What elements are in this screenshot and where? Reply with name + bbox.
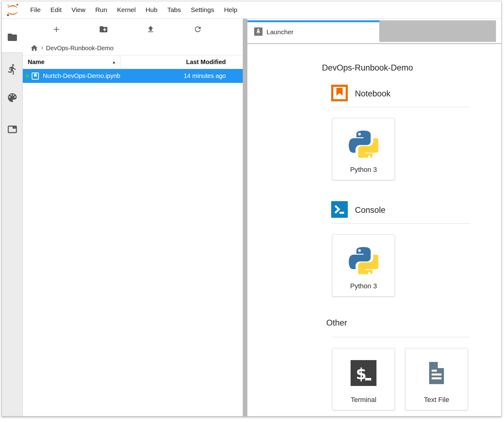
- activity-bar-background: [2, 52, 23, 416]
- jupyter-logo: [6, 3, 20, 17]
- launcher-section-console: Console Python 3: [331, 202, 470, 297]
- section-rule: [331, 107, 470, 107]
- column-header-modified[interactable]: Last Modified: [120, 55, 243, 69]
- card-label: Python 3: [350, 166, 377, 174]
- menu-view[interactable]: View: [67, 6, 90, 14]
- menu-hub[interactable]: Hub: [140, 6, 162, 14]
- file-list-header: Name ▲ Last Modified: [23, 55, 243, 69]
- section-header-notebook: Notebook: [331, 85, 470, 102]
- breadcrumb-folder[interactable]: DevOps-Runbook-Demo: [46, 45, 113, 52]
- file-name: Nurtch-DevOps-Demo.ipynb: [43, 72, 120, 79]
- home-icon[interactable]: [30, 44, 38, 52]
- section-label: Console: [355, 205, 385, 215]
- notebook-file-icon: [31, 72, 39, 80]
- launcher-card-notebook-python3[interactable]: Python 3: [332, 118, 395, 180]
- section-header-console: Console: [331, 202, 470, 218]
- new-folder-icon: [99, 25, 108, 35]
- modified-column-label: Last Modified: [186, 59, 226, 66]
- running-man-icon: [6, 63, 18, 75]
- launcher-panel: DevOps-Runbook-Demo Notebook: [247, 44, 501, 416]
- card-label: Text File: [424, 396, 449, 404]
- kernel-running-dot: [26, 74, 29, 78]
- section-label: Other: [326, 318, 347, 328]
- section-label: Notebook: [355, 89, 391, 99]
- launcher-card-terminal[interactable]: $ Terminal: [332, 348, 395, 410]
- upload-icon: [146, 25, 155, 35]
- new-folder-button[interactable]: [80, 22, 127, 37]
- section-header-other: Other: [326, 318, 470, 328]
- python-logo-icon: [349, 120, 378, 166]
- launcher-card-console-python3[interactable]: Python 3: [332, 234, 395, 297]
- file-browser-panel: › DevOps-Runbook-Demo Name ▲ Last Modifi…: [23, 19, 243, 416]
- launcher-card-text-file[interactable]: Text File: [405, 348, 468, 410]
- tab-launcher[interactable]: Launcher: [247, 20, 379, 42]
- file-row-selected[interactable]: Nurtch-DevOps-Demo.ipynb 14 minutes ago: [23, 69, 243, 83]
- tabs-icon: [7, 124, 18, 135]
- refresh-button[interactable]: [174, 22, 221, 37]
- jupyterlab-window: File Edit View Run Kernel Hub Tabs Setti…: [2, 1, 502, 416]
- notebook-section-icon: [331, 85, 348, 103]
- sort-ascending-icon: ▲: [112, 60, 116, 64]
- section-rule: [331, 337, 470, 337]
- palette-icon: [6, 92, 18, 103]
- launcher-cwd-title: DevOps-Runbook-Demo: [322, 63, 470, 73]
- tab-launcher-label: Launcher: [266, 28, 294, 36]
- sidebar-item-commands[interactable]: [6, 91, 19, 104]
- file-browser-toolbar: [23, 19, 243, 41]
- sidebar-item-running[interactable]: [6, 63, 19, 76]
- card-label: Python 3: [350, 282, 377, 290]
- menu-settings[interactable]: Settings: [186, 6, 219, 14]
- new-launcher-button[interactable]: [33, 22, 80, 37]
- name-column-label: Name: [28, 59, 44, 66]
- sidebar-item-tabs[interactable]: [6, 123, 19, 136]
- menu-kernel[interactable]: Kernel: [112, 6, 141, 14]
- refresh-icon: [193, 25, 202, 35]
- column-header-name[interactable]: Name ▲: [23, 55, 120, 69]
- menu-edit[interactable]: Edit: [46, 6, 67, 14]
- activity-bar: [2, 19, 23, 416]
- dock-panel: Launcher DevOps-Runbook-Demo: [247, 19, 501, 416]
- sidebar-item-files[interactable]: [6, 30, 19, 44]
- launcher-section-other: Other $: [331, 318, 470, 410]
- menu-tabs[interactable]: Tabs: [162, 6, 186, 14]
- svg-text:$: $: [356, 365, 367, 383]
- terminal-icon: $: [351, 350, 376, 396]
- file-modified: 14 minutes ago: [120, 72, 243, 79]
- folder-icon: [7, 32, 18, 43]
- menu-run[interactable]: Run: [90, 6, 112, 14]
- python-logo-icon: [349, 237, 378, 282]
- card-label: Terminal: [351, 396, 376, 404]
- console-section-icon: [331, 201, 348, 219]
- tab-bar: Launcher: [247, 20, 501, 42]
- text-file-icon: [424, 350, 449, 396]
- plus-icon: [52, 25, 61, 35]
- launcher-section-notebook: Notebook Python: [331, 85, 470, 180]
- section-rule: [331, 223, 470, 224]
- menu-file[interactable]: File: [25, 6, 46, 14]
- breadcrumb: › DevOps-Runbook-Demo: [23, 41, 243, 55]
- menu-help[interactable]: Help: [219, 6, 242, 14]
- panel-divider-handle[interactable]: [243, 19, 247, 416]
- upload-button[interactable]: [127, 22, 174, 37]
- breadcrumb-separator: ›: [41, 44, 43, 52]
- launcher-rocket-icon: [254, 27, 262, 37]
- menu-bar: File Edit View Run Kernel Hub Tabs Setti…: [2, 1, 501, 19]
